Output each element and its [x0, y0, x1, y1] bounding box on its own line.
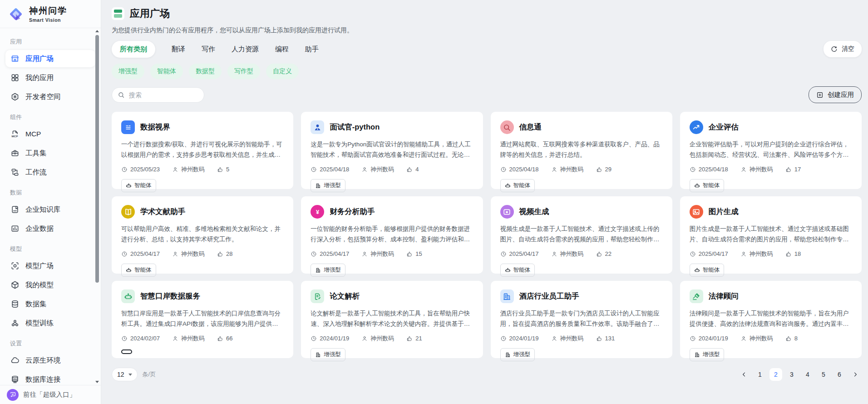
scrollbar-thumb[interactable]	[95, 35, 99, 283]
card-likes[interactable]: 8	[785, 335, 798, 342]
filter-数据型[interactable]: 数据型	[189, 64, 222, 79]
filter-智能体[interactable]: 智能体	[150, 64, 183, 79]
card-tag-智能体: 智能体	[121, 264, 156, 277]
sidebar-item-label: 云原生环境	[25, 356, 61, 365]
sidebar-item-模型广场[interactable]: 模型广场	[5, 257, 95, 274]
sidebar-item-工作流[interactable]: 工作流	[5, 164, 95, 181]
card-date-value: 2024/01/19	[320, 335, 349, 342]
brand-name: 神州问学	[29, 5, 67, 17]
app-card-法律顾问[interactable]: 法律顾问法律顾问是一款基于人工智能技术的智能助手，旨在为用户提供便捷、高效的法律…	[680, 281, 862, 358]
sidebar-scrollbar[interactable]	[95, 30, 99, 383]
sidebar-item-工具集[interactable]: 工具集	[5, 145, 95, 162]
filter-写作型[interactable]: 写作型	[227, 64, 260, 79]
enhanced-building-icon	[315, 183, 321, 189]
card-description: 论文解析是一款基于人工智能技术的工具，旨在帮助用户快速、深入地理解和解析学术论文…	[311, 309, 473, 329]
thumbs-up-icon	[217, 251, 223, 257]
pagination-page-5[interactable]: 5	[817, 368, 830, 381]
pagination-page-3[interactable]: 3	[785, 368, 798, 381]
card-date-value: 2025/04/17	[699, 250, 728, 257]
scroll-up-arrow-icon[interactable]	[95, 30, 99, 32]
search-box[interactable]	[112, 87, 204, 103]
card-date-value: 2025/04/17	[320, 250, 349, 257]
tab-翻译[interactable]: 翻译	[172, 41, 185, 58]
card-likes[interactable]: 28	[217, 250, 232, 257]
app-card-面试官-python[interactable]: 面试官-python这是一款专为Python面试官设计的智能辅助工具，通过人工智…	[301, 112, 483, 189]
card-likes[interactable]: 15	[406, 250, 422, 257]
card-title: 智慧口岸数据服务	[140, 291, 200, 301]
pagination: 12 条/页 123456	[112, 368, 862, 381]
pagination-next-button[interactable]	[849, 368, 862, 381]
sidebar-item-label: 企业数据	[25, 224, 54, 234]
app-card-酒店行业员工助手[interactable]: 酒店行业员工助手酒店行业员工助手是一款专门为酒店员工设计的人工智能应用，旨在提高…	[491, 281, 672, 358]
clear-button[interactable]: 清空	[824, 41, 862, 57]
pagination-page-1[interactable]: 1	[754, 368, 766, 381]
card-likes[interactable]: 131	[596, 335, 615, 342]
sidebar-item-云原生环境[interactable]: 云原生环境	[5, 352, 95, 369]
card-likes[interactable]: 5	[217, 166, 229, 173]
page-size-select[interactable]: 12	[112, 368, 138, 381]
pagination-page-4[interactable]: 4	[801, 368, 814, 381]
sidebar-item-数据集[interactable]: 数据集	[5, 295, 95, 313]
card-title: 面试官-python	[330, 122, 380, 132]
card-date-value: 2025/04/18	[699, 166, 728, 173]
app-card-企业评估[interactable]: 企业评估企业智能评估助手，可以对用户提到的企业进行综合评估，包括新闻动态、经营状…	[680, 112, 862, 189]
enhanced-building-icon	[315, 267, 321, 273]
app-card-数据视界[interactable]: 数据视界一个进行数据搜索/获取、并进行可视化展示的智能助手，可以根据用户的需求，…	[112, 112, 293, 189]
app-card-视频生成[interactable]: 视频生成视频生成是一款基于人工智能技术、通过文字描述或上传的图片、自动生成符合需…	[491, 196, 672, 274]
pagination-page-2[interactable]: 2	[769, 368, 782, 381]
card-likes[interactable]: 66	[217, 335, 232, 342]
card-author-value: 神州数码	[560, 334, 584, 343]
card-author: 神州数码	[172, 250, 205, 258]
card-meta: 2024/01/19神州数码131	[500, 334, 663, 343]
card-likes-value: 131	[605, 335, 615, 342]
card-likes[interactable]: 4	[406, 166, 419, 173]
card-likes[interactable]: 29	[596, 166, 612, 173]
pagination-page-6[interactable]: 6	[833, 368, 846, 381]
filter-自定义[interactable]: 自定义	[266, 64, 299, 79]
tab-人力资源[interactable]: 人力资源	[232, 41, 259, 58]
user-icon	[551, 251, 557, 257]
sidebar-item-MCP[interactable]: MCPMCP	[5, 125, 95, 143]
app-card-财务分析助手[interactable]: ¥财务分析助手一位智能的财务分析助手，能够根据用户提供的财务数据进行深入分析，包…	[301, 196, 483, 274]
sidebar-item-我的模型[interactable]: 我的模型	[5, 276, 95, 294]
tab-写作[interactable]: 写作	[202, 41, 215, 58]
diamond-logo-icon	[7, 5, 25, 23]
card-title: 企业评估	[709, 122, 739, 132]
pagination-prev-button[interactable]	[738, 368, 750, 381]
sidebar-item-企业知识库[interactable]: 企业知识库	[5, 201, 95, 218]
search-input[interactable]	[129, 91, 197, 99]
user-icon	[361, 335, 368, 342]
tab-助手[interactable]: 助手	[305, 41, 319, 58]
card-likes[interactable]: 18	[785, 250, 801, 257]
scroll-down-arrow-icon[interactable]	[95, 381, 99, 383]
create-app-button[interactable]: 创建应用	[809, 86, 862, 103]
sidebar-item-应用广场[interactable]: 应用广场	[5, 50, 95, 67]
toolbox-icon	[10, 149, 20, 158]
card-likes-value: 15	[415, 250, 422, 257]
card-date-value: 2025/04/17	[130, 250, 160, 257]
app-card-论文解析[interactable]: 论文解析论文解析是一款基于人工智能技术的工具，旨在帮助用户快速、深入地理解和解析…	[301, 281, 483, 358]
app-card-图片生成[interactable]: 图片生成图片生成是一款基于人工智能技术、通过文字描述或基础图片、自动生成符合需求…	[680, 196, 862, 274]
app-card-学术文献助手[interactable]: 学术文献助手可以帮助用户高效、精准、多维地检索相关文献和论文，并进行分析、总结，…	[112, 196, 293, 274]
sidebar-section-label: 应用	[5, 32, 95, 50]
card-description: 视频生成是一款基于人工智能技术、通过文字描述或上传的图片、自动生成符合需求的视频…	[500, 224, 663, 245]
sidebar-footer-super-entry[interactable]: 前往「超级入口」	[0, 385, 101, 404]
sidebar-item-开发者空间[interactable]: 开发者空间	[5, 88, 95, 105]
card-likes[interactable]: 22	[596, 250, 612, 257]
card-header: 视频生成	[500, 205, 663, 219]
card-likes[interactable]: 21	[406, 335, 422, 342]
card-likes[interactable]: 17	[785, 166, 801, 173]
app-card-信息通[interactable]: 信息通通过网站爬取、互联网搜索等多种渠道获取客户、产品、品牌等的相关信息，并进行…	[491, 112, 672, 189]
tab-所有类别[interactable]: 所有类别	[112, 41, 155, 58]
sidebar-item-我的应用[interactable]: 我的应用	[5, 69, 95, 86]
tab-编程[interactable]: 编程	[275, 41, 289, 58]
card-tag-智能体: 智能体	[690, 179, 725, 192]
card-likes-value: 28	[226, 250, 232, 257]
filter-增强型[interactable]: 增强型	[112, 64, 144, 79]
app-card-智慧口岸数据服务[interactable]: 智慧口岸数据服务智慧口岸应用是一款基于人工智能技术的口岸信息查询与分析工具。通过…	[112, 281, 293, 358]
clock-icon	[500, 166, 507, 173]
sidebar-item-企业数据[interactable]: 企业数据	[5, 220, 95, 237]
sidebar-item-模型训练[interactable]: 模型训练	[5, 314, 95, 332]
card-header: 企业评估	[690, 120, 852, 134]
page-title: 应用广场	[130, 7, 170, 20]
